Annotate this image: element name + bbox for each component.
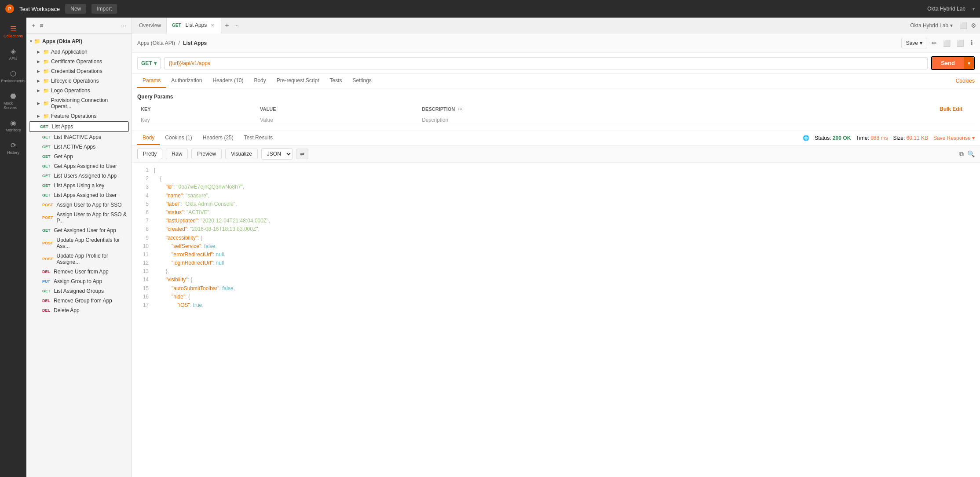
response-tab-headers[interactable]: Headers (25) [197, 131, 239, 145]
response-tab-test-results[interactable]: Test Results [239, 131, 278, 145]
workspace-selector[interactable]: Okta Hybrid Lab ▾ [905, 22, 958, 29]
tree-item-lifecycle-operations[interactable]: ▶ 📁 Lifecycle Operations [26, 76, 132, 86]
sidebar-item-collections[interactable]: ☰ Collections [2, 21, 25, 42]
collections-more-button[interactable]: ··· [120, 21, 127, 30]
side-panel-button[interactable]: ⬜ [958, 20, 969, 31]
tree-item-list-apps-using-key[interactable]: GET List Apps Using a key [26, 181, 132, 190]
edit-button[interactable]: ✏ [930, 38, 939, 48]
settings-button[interactable]: ⚙ [969, 20, 978, 31]
tree-item-credential-operations[interactable]: ▶ 📁 Credential Operations [26, 66, 132, 76]
params-placeholder-row: Key Value Description [137, 115, 975, 125]
req-tab-authorization[interactable]: Authorization [166, 74, 207, 88]
tree-item-remove-group-from-app[interactable]: DEL Remove Group from App [26, 296, 132, 306]
method-badge-get: GET [42, 228, 51, 233]
tree-item-list-assigned-groups[interactable]: GET List Assigned Groups [26, 286, 132, 296]
icon-sidebar: ☰ Collections ◈ APIs ⬡ Environments ⬣ Mo… [0, 18, 26, 477]
bulk-edit-button[interactable]: Bulk Edit [940, 106, 962, 112]
cookies-link[interactable]: Cookies [956, 78, 975, 84]
send-dropdown-button[interactable]: ▾ [964, 57, 974, 69]
method-badge-get: GET [42, 135, 51, 139]
tree-item-get-apps-assigned-user[interactable]: GET Get Apps Assigned to User [26, 161, 132, 171]
tree-item-assign-group-to-app[interactable]: PUT Assign Group to App [26, 277, 132, 286]
tree-item-feature-operations[interactable]: ▶ 📁 Feature Operations [26, 111, 132, 121]
req-tab-params[interactable]: Params [137, 74, 166, 88]
format-visualize-button[interactable]: Visualize [225, 149, 258, 159]
params-key-cell[interactable]: Key [137, 115, 256, 125]
import-button[interactable]: Import [91, 4, 117, 14]
response-tab-cookies[interactable]: Cookies (1) [160, 131, 197, 145]
tree-item-get-assigned-user-app[interactable]: GET Get Assigned User for App [26, 226, 132, 235]
format-preview-button[interactable]: Preview [191, 149, 222, 159]
params-description-cell[interactable]: Description [418, 115, 975, 125]
search-button[interactable]: 🔍 [967, 150, 975, 157]
sidebar-item-history[interactable]: ⟳ History [2, 138, 25, 158]
method-badge-post: POST [42, 257, 53, 261]
sidebar-item-mock-servers[interactable]: ⬣ Mock Servers [2, 88, 25, 113]
tree-item-provisioning-operations[interactable]: ▶ 📁 Provisioning Connection Operat... [26, 95, 132, 111]
tree-item-certificate-operations[interactable]: ▶ 📁 Certificate Operations [26, 57, 132, 66]
folder-chevron-icon: ▶ [37, 101, 41, 106]
method-select[interactable]: GET ▾ [137, 57, 161, 69]
tree-item-list-active-apps[interactable]: GET List ACTIVE Apps [26, 142, 132, 152]
method-badge-del: DEL [42, 308, 50, 313]
tab-close-button[interactable]: ✕ [209, 22, 216, 28]
add-collection-button[interactable]: + [31, 21, 36, 30]
tree-item-add-application[interactable]: ▶ 📁 Add Application [26, 47, 132, 57]
req-tab-tests[interactable]: Tests [324, 74, 347, 88]
main-layout: ☰ Collections ◈ APIs ⬡ Environments ⬣ Mo… [0, 18, 980, 477]
format-raw-button[interactable]: Raw [166, 149, 188, 159]
content-type-select[interactable]: JSON Text HTML [261, 148, 293, 160]
tree-item-remove-user-from-app[interactable]: DEL Remove User from App [26, 267, 132, 277]
info-button[interactable]: ℹ [969, 37, 975, 49]
query-params-title: Query Params [137, 94, 975, 100]
collection-menu-button[interactable]: ≡ [39, 21, 44, 30]
req-tab-settings[interactable]: Settings [347, 74, 377, 88]
sidebar-item-monitors[interactable]: ◉ Monitors [2, 115, 25, 136]
save-response-button[interactable]: Save Response ▾ [933, 135, 975, 141]
params-more-icon[interactable]: ··· [458, 106, 462, 112]
breadcrumb: Apps (Okta API) / List Apps [137, 40, 207, 46]
req-tab-headers[interactable]: Headers (10) [207, 74, 249, 88]
sidebar-item-apis[interactable]: ◈ APIs [2, 44, 25, 64]
send-button[interactable]: Send [932, 57, 964, 69]
method-badge-post: POST [42, 203, 53, 207]
tree-item-delete-app[interactable]: DEL Delete App [26, 306, 132, 315]
code-line-9: 9 "accessibility": { [132, 234, 980, 242]
more-options-button[interactable]: ⬜ [955, 38, 966, 48]
filter-button[interactable]: ⇌ [296, 149, 308, 159]
tree-item-get-app[interactable]: GET Get App [26, 152, 132, 161]
view-button[interactable]: ⬜ [941, 38, 952, 48]
tree-item-list-inactive-apps[interactable]: GET List INACTIVE Apps [26, 132, 132, 142]
save-button[interactable]: Save ▾ [901, 38, 927, 48]
params-value-cell[interactable]: Value [256, 115, 418, 125]
value-column-header: VALUE [256, 103, 418, 115]
tree-item-logo-operations[interactable]: ▶ 📁 Logo Operations [26, 86, 132, 95]
workspace-chevron-icon[interactable]: ▾ [973, 7, 975, 11]
tree-item-update-app-profile[interactable]: POST Update App Profile for Assigne... [26, 251, 132, 267]
new-button[interactable]: New [65, 4, 86, 14]
copy-button[interactable]: ⧉ [959, 150, 964, 158]
req-tab-pre-request-script[interactable]: Pre-request Script [271, 74, 325, 88]
tree-item-list-users-assigned-app[interactable]: GET List Users Assigned to App [26, 171, 132, 181]
url-input[interactable] [164, 57, 928, 69]
tree-item-assign-user-sso-p[interactable]: POST Assign User to App for SSO & P... [26, 210, 132, 226]
response-time: Time: 988 ms [856, 135, 888, 141]
breadcrumb-separator: / [178, 40, 181, 46]
code-line-2: 2 { [132, 175, 980, 183]
request-tabs: Params Authorization Headers (10) Body P… [132, 74, 980, 88]
tab-more-button[interactable]: ··· [233, 22, 241, 29]
code-line-3: 3 "id": "0oa7wE7ejnQQ3nwNo8h7", [132, 183, 980, 191]
tab-add-button[interactable]: + [221, 22, 232, 29]
collection-apps-okta-api[interactable]: ▾ 📁 Apps (Okta API) [26, 36, 132, 47]
tree-item-update-app-credentials[interactable]: POST Update App Credentials for Ass... [26, 235, 132, 251]
tree-item-assign-user-sso[interactable]: POST Assign User to App for SSO [26, 200, 132, 210]
format-pretty-button[interactable]: Pretty [137, 149, 162, 159]
response-tab-body[interactable]: Body [137, 131, 160, 145]
req-tab-body[interactable]: Body [249, 74, 271, 88]
tab-list-apps[interactable]: GET List Apps ✕ [167, 18, 221, 33]
tree-item-list-apps[interactable]: GET List Apps [29, 121, 129, 132]
breadcrumb-parent[interactable]: Apps (Okta API) [137, 40, 175, 46]
tree-item-list-apps-assigned-user[interactable]: GET List Apps Assigned to User [26, 190, 132, 200]
tab-overview[interactable]: Overview [134, 18, 167, 33]
sidebar-item-environments[interactable]: ⬡ Environments [2, 66, 25, 87]
